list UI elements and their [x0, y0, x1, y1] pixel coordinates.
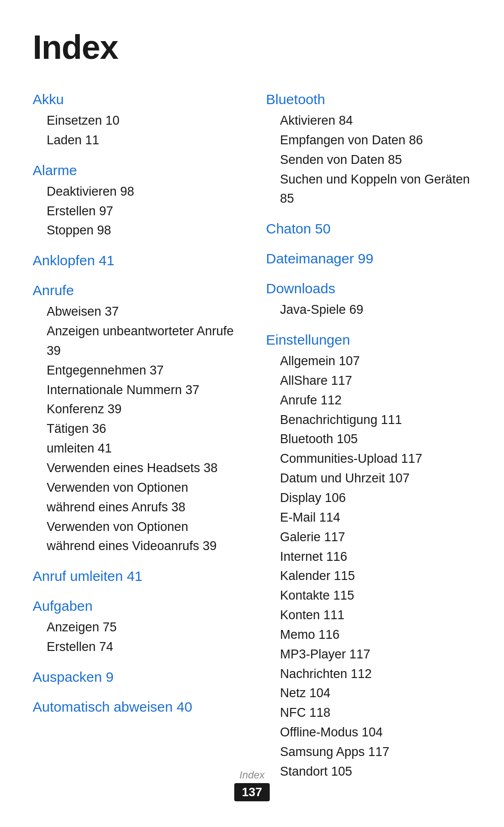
- index-section: Auspacken 9: [33, 667, 238, 687]
- sub-item: Nachrichten 112: [266, 664, 471, 684]
- sub-item: Offline-Modus 104: [266, 723, 471, 742]
- page-title: Index: [33, 28, 471, 66]
- sub-item: Display 106: [266, 488, 471, 508]
- sub-item: Samsung Apps 117: [266, 742, 471, 762]
- sub-item: Memo 116: [266, 625, 471, 645]
- index-section: Anklopfen 41: [33, 251, 238, 270]
- footer-label: Index: [0, 769, 504, 781]
- sub-item: Anrufe 112: [266, 391, 471, 410]
- section-heading: Anruf umleiten 41: [33, 568, 142, 584]
- sub-item: Empfangen von Daten 86: [266, 131, 471, 150]
- sub-item: Entgegennehmen 37: [33, 361, 238, 381]
- section-heading: Dateimanager 99: [266, 251, 373, 266]
- index-section: Anruf umleiten 41: [33, 566, 238, 586]
- sub-item: umleiten 41: [33, 439, 238, 459]
- sub-item: Anzeigen 75: [33, 618, 238, 637]
- index-columns: AkkuEinsetzen 10Laden 11AlarmeDeaktivier…: [33, 90, 471, 792]
- sub-item: Kontakte 115: [266, 586, 471, 606]
- section-heading: Bluetooth: [266, 92, 325, 107]
- section-heading: Einstellungen: [266, 332, 350, 347]
- sub-item: NFC 118: [266, 703, 471, 723]
- sub-item: Bluetooth 105: [266, 430, 471, 449]
- sub-item: Abweisen 37: [33, 302, 238, 322]
- sub-item: AllShare 117: [266, 371, 471, 391]
- sub-item: Benachrichtigung 111: [266, 410, 471, 430]
- sub-item: Suchen und Koppeln von Geräten 85: [266, 170, 471, 209]
- sub-item: Konten 111: [266, 606, 471, 625]
- section-heading: Alarme: [33, 163, 77, 178]
- sub-item: Internationale Nummern 37: [33, 381, 238, 400]
- sub-item: Deaktivieren 98: [33, 182, 238, 202]
- sub-item: Allgemein 107: [266, 352, 471, 371]
- sub-item: E-Mail 114: [266, 508, 471, 528]
- sub-item: Laden 11: [33, 131, 238, 150]
- sub-item: Aktivieren 84: [266, 111, 471, 131]
- index-section: AufgabenAnzeigen 75Erstellen 74: [33, 596, 238, 657]
- section-heading: Anklopfen 41: [33, 253, 114, 268]
- sub-item: MP3-Player 117: [266, 645, 471, 664]
- sub-item: Erstellen 74: [33, 637, 238, 657]
- sub-item: Netz 104: [266, 684, 471, 703]
- sub-item: Anzeigen unbeantworteter Anrufe 39: [33, 322, 238, 361]
- sub-item: Erstellen 97: [33, 202, 238, 221]
- index-section: BluetoothAktivieren 84Empfangen von Date…: [266, 90, 471, 209]
- section-heading: Chaton 50: [266, 221, 330, 236]
- sub-item: Konferenz 39: [33, 400, 238, 419]
- section-heading: Aufgaben: [33, 598, 92, 614]
- sub-item: Tätigen 36: [33, 419, 238, 439]
- sub-item: Verwenden von Optionen während eines Vid…: [33, 517, 238, 557]
- sub-item: Stoppen 98: [33, 221, 238, 240]
- section-heading: Auspacken 9: [33, 669, 113, 685]
- sub-item: Internet 116: [266, 547, 471, 567]
- section-heading: Automatisch abweisen 40: [33, 699, 192, 714]
- right-column: BluetoothAktivieren 84Empfangen von Date…: [266, 90, 471, 792]
- left-column: AkkuEinsetzen 10Laden 11AlarmeDeaktivier…: [33, 90, 238, 792]
- index-section: AlarmeDeaktivieren 98Erstellen 97Stoppen…: [33, 161, 238, 241]
- index-section: Chaton 50: [266, 219, 471, 239]
- index-section: AnrufeAbweisen 37Anzeigen unbeantwortete…: [33, 281, 238, 556]
- sub-item: Verwenden eines Headsets 38: [33, 459, 238, 478]
- footer-page-number: 137: [234, 783, 269, 801]
- section-heading: Anrufe: [33, 283, 74, 298]
- index-section: AkkuEinsetzen 10Laden 11: [33, 90, 238, 150]
- sub-item: Senden von Daten 85: [266, 150, 471, 170]
- sub-item: Verwenden von Optionen während eines Anr…: [33, 478, 238, 517]
- section-heading: Downloads: [266, 281, 335, 296]
- sub-item: Kalender 115: [266, 566, 471, 586]
- section-heading: Akku: [33, 92, 64, 107]
- index-section: Automatisch abweisen 40: [33, 697, 238, 717]
- footer: Index 137: [0, 769, 504, 801]
- index-section: DownloadsJava-Spiele 69: [266, 279, 471, 320]
- index-section: Dateimanager 99: [266, 249, 471, 269]
- index-section: EinstellungenAllgemein 107AllShare 117An…: [266, 330, 471, 782]
- sub-item: Communities-Upload 117: [266, 449, 471, 469]
- sub-item: Java-Spiele 69: [266, 300, 471, 320]
- sub-item: Galerie 117: [266, 528, 471, 547]
- sub-item: Einsetzen 10: [33, 111, 238, 131]
- sub-item: Datum und Uhrzeit 107: [266, 469, 471, 488]
